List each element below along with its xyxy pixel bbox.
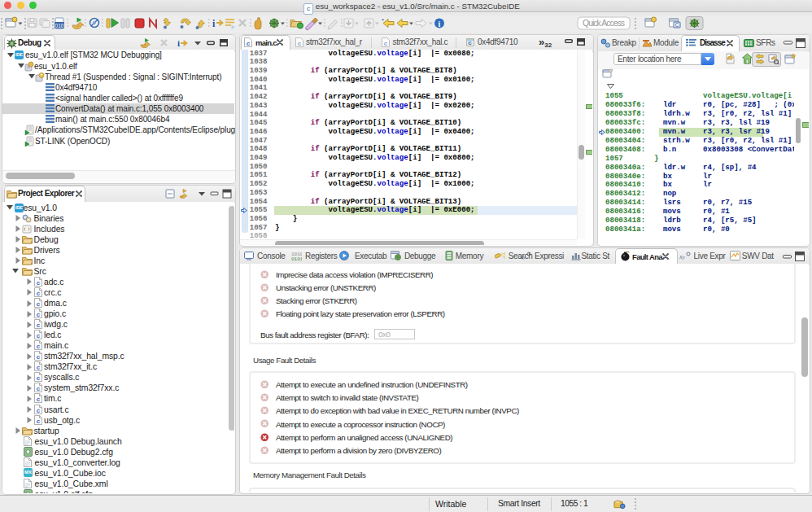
- svg-text:c: c: [37, 418, 41, 425]
- svg-text:c: c: [37, 279, 41, 287]
- svg-text:c: c: [37, 353, 41, 361]
- svg-text:c: c: [37, 322, 41, 329]
- svg-text:c: c: [37, 343, 41, 350]
- svg-text:C: C: [675, 22, 679, 28]
- svg-text:c: c: [37, 374, 41, 382]
- svg-text:c: c: [37, 407, 41, 414]
- svg-text:c: c: [384, 40, 388, 47]
- svg-text:0101: 0101: [291, 256, 302, 260]
- svg-text:c: c: [37, 396, 41, 403]
- svg-text:c: c: [37, 332, 41, 339]
- svg-text:c: c: [247, 40, 251, 47]
- svg-text:010: 010: [55, 23, 64, 28]
- svg-text:c: c: [37, 385, 41, 392]
- svg-text:Quick Access: Quick Access: [583, 18, 625, 28]
- svg-text:c: c: [37, 300, 41, 308]
- svg-text:c: c: [37, 311, 41, 318]
- svg-text:i: i: [212, 18, 216, 29]
- svg-text:i: i: [177, 38, 180, 48]
- svg-text:c: c: [37, 290, 41, 297]
- svg-text:i: i: [439, 20, 441, 28]
- svg-text:xy: xy: [679, 252, 686, 260]
- svg-text:c: c: [37, 364, 41, 371]
- svg-text:c: c: [298, 40, 302, 47]
